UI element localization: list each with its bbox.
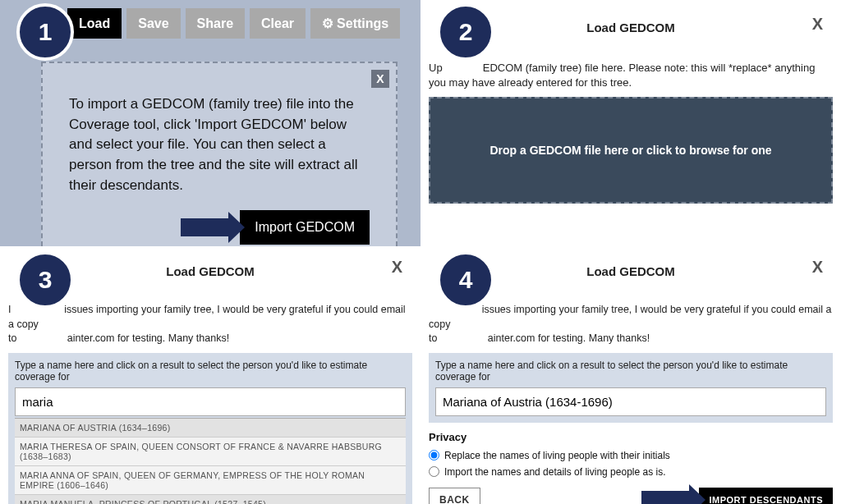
privacy-heading: Privacy: [429, 431, 833, 443]
person-search-box: Type a name here and click on a result t…: [8, 353, 412, 505]
search-instruction: Type a name here and click on a result t…: [15, 360, 406, 383]
step-badge-3: 3: [16, 251, 74, 309]
clear-button[interactable]: Clear: [250, 8, 306, 39]
close-icon[interactable]: X: [812, 15, 823, 34]
person-search-input[interactable]: [435, 387, 826, 416]
privacy-radio-label: Import the names and details of living p…: [444, 466, 665, 478]
step-badge-1: 1: [16, 3, 74, 61]
person-search-input[interactable]: [15, 387, 406, 416]
import-descendants-button[interactable]: IMPORT DESCENDANTS: [699, 488, 833, 505]
close-icon[interactable]: X: [392, 258, 402, 277]
help-text: If you have issues importing your family…: [429, 303, 833, 346]
load-button[interactable]: Load: [67, 8, 122, 39]
arrow-right-icon: [641, 491, 691, 505]
save-button[interactable]: Save: [126, 8, 180, 39]
close-icon[interactable]: X: [812, 258, 823, 277]
privacy-radio-import-asis[interactable]: [429, 466, 439, 477]
back-button[interactable]: BACK: [429, 488, 480, 505]
step-badge-4: 4: [437, 251, 494, 309]
close-icon[interactable]: X: [371, 70, 389, 88]
suggestion-item[interactable]: MARIA THERESA OF SPAIN, QUEEN CONSORT OF…: [15, 438, 406, 466]
panel-step-4: 4 X Load GEDCOM If you have issues impor…: [420, 246, 841, 504]
main-toolbar: Load Save Share Clear Settings: [67, 8, 412, 39]
share-button[interactable]: Share: [186, 8, 245, 39]
panel-step-1: 1 Load Save Share Clear Settings X To im…: [0, 0, 420, 246]
step-badge-2: 2: [437, 3, 494, 61]
privacy-radio-label: Replace the names of living people with …: [444, 450, 670, 461]
panel-step-2: 2 X Load GEDCOM Upload a GEDCOM (family …: [420, 0, 841, 246]
suggestion-item[interactable]: MARIA ANNA OF SPAIN, QUEEN OF GERMANY, E…: [15, 466, 406, 495]
import-info-box: X To import a GEDCOM (family tree) file …: [41, 62, 398, 263]
suggestion-item[interactable]: MARIA MANUELA, PRINCESS OF PORTUGAL (152…: [15, 495, 406, 505]
search-instruction: Type a name here and click on a result t…: [435, 360, 826, 383]
gedcom-dropzone[interactable]: Drop a GEDCOM file here or click to brow…: [429, 97, 833, 204]
suggestion-item[interactable]: MARIANA OF AUSTRIA (1634–1696): [15, 419, 406, 438]
person-search-box: Type a name here and click on a result t…: [429, 353, 833, 423]
settings-button[interactable]: Settings: [310, 8, 400, 39]
search-suggestions: MARIANA OF AUSTRIA (1634–1696) MARIA THE…: [15, 418, 406, 505]
panel-step-3: 3 X Load GEDCOM I f you have issues impo…: [0, 246, 420, 504]
import-gedcom-button[interactable]: Import GEDCOM: [240, 210, 370, 245]
privacy-options: Privacy Replace the names of living peop…: [429, 431, 833, 478]
upload-description: Upload a GEDCOM (family tree) file here.…: [429, 61, 833, 90]
privacy-radio-initials[interactable]: [429, 450, 439, 460]
import-info-text: To import a GEDCOM (family tree) file in…: [69, 94, 370, 195]
help-text: I f you have issues importing your famil…: [8, 303, 412, 346]
arrow-right-icon: [181, 218, 230, 236]
